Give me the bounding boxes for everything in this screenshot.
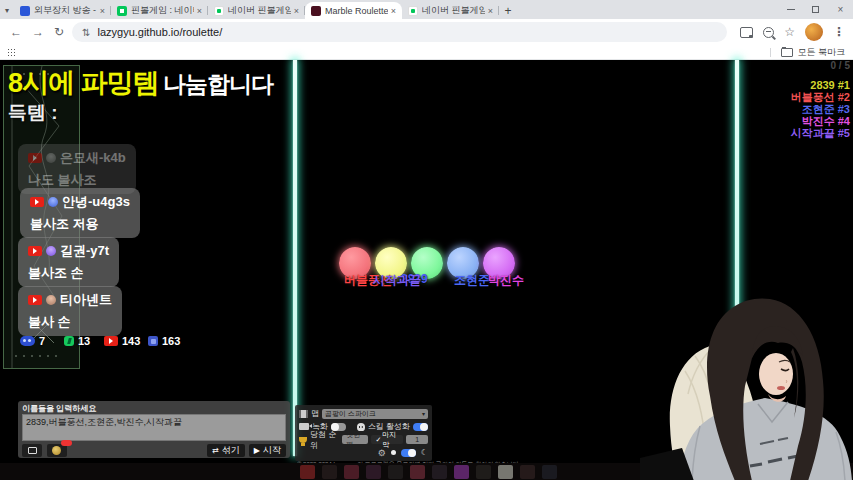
minimize-button[interactable] (778, 0, 803, 19)
site-settings-icon[interactable]: ⇅ (82, 27, 90, 38)
tab-close-icon[interactable]: × (197, 6, 202, 16)
soop-icon (20, 336, 35, 346)
ranking-row: 박진수#4 (788, 115, 850, 127)
stream-subtitle: 득템 : (8, 100, 58, 126)
tab-close-icon[interactable]: × (488, 6, 493, 16)
streamer-webcam-image (640, 296, 853, 480)
browser-menu-icon[interactable]: ⋮ (833, 25, 845, 39)
coin-button[interactable] (47, 444, 67, 457)
finish-progress: 0 / 5 (788, 60, 850, 72)
chat-username: 길권-y7t (60, 242, 109, 260)
viewer-count: 143 (122, 335, 140, 347)
tab-title: 네이버 핀볼게임 하는법 사이트 (228, 4, 291, 17)
address-bar-actions: ☆ ⋮ (740, 19, 845, 45)
cast-icon[interactable] (740, 27, 753, 38)
tab-naver-search[interactable]: 핀볼게임 : 네이버 검색 × (111, 2, 208, 19)
first-rank-button[interactable]: 첫번째 (342, 435, 368, 444)
tab-close-icon[interactable]: × (294, 6, 299, 16)
record-toggle[interactable] (331, 423, 346, 431)
game-toolbar-slot (366, 465, 381, 479)
apps-grid-icon[interactable] (7, 48, 15, 56)
start-button[interactable]: ▶ 시작 (249, 444, 286, 457)
ranking-row: 조현준#3 (788, 103, 850, 115)
avatar (48, 197, 58, 207)
image-button[interactable] (22, 444, 42, 457)
back-icon[interactable]: ← (10, 25, 22, 39)
flag-icon (28, 447, 37, 454)
tab-naver-blog-1[interactable]: 네이버 핀볼게임 하는법 사이트 × (208, 2, 305, 19)
tab-search-chevron-icon[interactable]: ▾ (0, 2, 14, 19)
tab-close-icon[interactable]: × (100, 6, 105, 16)
viewer-count: 7 (39, 335, 45, 347)
marble-label: 시작과끝 (373, 272, 421, 289)
url-input[interactable]: ⇅ lazygyu.github.io/roulette/ (72, 22, 727, 42)
theme-toggle[interactable] (401, 449, 416, 457)
shuffle-icon: ⇄ (212, 446, 219, 455)
marble-favicon-icon (311, 6, 321, 16)
last-rank-button[interactable]: ✓ 마지막 (371, 435, 403, 444)
rank-count-input[interactable]: 1 (406, 435, 428, 444)
chat-text: 불사조 저용 (30, 215, 130, 233)
forward-icon[interactable]: → (32, 25, 44, 39)
track-wall-left (293, 60, 297, 456)
game-toolbar-slot (432, 465, 447, 479)
all-bookmarks-button[interactable]: 모든 북마크 (770, 46, 845, 59)
tab-marble-roulette[interactable]: Marble Roulette × (305, 2, 402, 19)
skill-toggle[interactable] (413, 423, 428, 431)
reload-icon[interactable]: ↻ (54, 25, 64, 39)
divider (770, 48, 771, 57)
tab-title: 외부장치 방송 - SOOP (34, 4, 97, 17)
close-window-button[interactable]: × (828, 0, 853, 19)
chat-username: 안녕-u4g3s (62, 193, 130, 211)
marble-label: 조현준 (454, 272, 490, 289)
bookmark-star-icon[interactable]: ☆ (784, 25, 795, 39)
tab-soop[interactable]: 외부장치 방송 - SOOP × (14, 2, 111, 19)
zoom-out-icon[interactable] (763, 27, 774, 38)
youtube-icon (28, 246, 42, 256)
bookmarks-bar: 모든 북마크 (0, 45, 853, 60)
gear-icon[interactable]: ⚙ (378, 448, 386, 458)
game-toolbar-slot (388, 465, 403, 479)
moon-icon: ☾ (421, 448, 428, 457)
names-panel: 이름들을 입력하세요 2839,버블풍선,조현준,박진수,시작과끝 ⇄ 섞기 ▶… (18, 401, 290, 458)
roulette-page: 8시에 파밍템 나눔합니다 득템 : 은묘새-k4b 나도 불사조 안녕-u4g… (0, 60, 853, 480)
names-textarea[interactable]: 2839,버블풍선,조현준,박진수,시작과끝 (22, 414, 286, 441)
address-bar: ← → ↻ ⇅ lazygyu.github.io/roulette/ (0, 19, 853, 45)
tab-naver-blog-2[interactable]: 네이버 핀볼게임 하는법 사이트 × (402, 2, 499, 19)
avatar (46, 246, 56, 256)
url-text: lazygyu.github.io/roulette/ (97, 26, 222, 38)
names-label: 이름들을 입력하세요 (22, 403, 286, 414)
sun-icon (391, 450, 396, 455)
blog-favicon-icon (214, 6, 224, 16)
notification-badge (61, 440, 72, 446)
youtube-icon (28, 153, 42, 163)
profile-avatar[interactable] (805, 23, 823, 41)
map-label: 맵 (311, 408, 319, 419)
coin-icon (52, 446, 61, 455)
chat-username: 티아넨트 (60, 291, 112, 309)
blog-favicon-icon (408, 6, 418, 16)
game-toolbar-slot (322, 465, 337, 479)
game-toolbar-slot (454, 465, 469, 479)
shuffle-button[interactable]: ⇄ 섞기 (207, 444, 245, 457)
minimize-icon (787, 9, 795, 10)
youtube-icon (104, 336, 118, 346)
chat-message: 티아넨트 불사 손 (18, 286, 122, 336)
viewer-stat-youtube: 143 (104, 335, 140, 347)
all-bookmarks-label: 모든 북마크 (797, 46, 845, 59)
chat-username: 은묘새-k4b (60, 149, 126, 167)
tab-close-icon[interactable]: × (391, 6, 396, 16)
maximize-button[interactable] (803, 0, 828, 19)
headline-rest: 나눔합니다 (163, 71, 273, 97)
game-toolbar-slot (410, 465, 425, 479)
play-icon: ▶ (254, 446, 260, 455)
settings-panel: 맵 곰팡이 스파이크 ▾ 녹화 스킬 활성화 당첨 순위 첫번째 (295, 405, 432, 461)
chat-text: 불사조 손 (28, 264, 109, 282)
new-tab-button[interactable]: + (499, 2, 517, 19)
chat-message: 안녕-u4g3s 불사조 저용 (20, 188, 140, 238)
game-toolbar-slot (344, 465, 359, 479)
map-select[interactable]: 곰팡이 스파이크 ▾ (322, 409, 428, 419)
chat-message: 은묘새-k4b 나도 불사조 (18, 144, 136, 194)
chat-message: 길권-y7t 불사조 손 (18, 237, 119, 287)
winning-rank-label: 당첨 순위 (310, 429, 339, 451)
